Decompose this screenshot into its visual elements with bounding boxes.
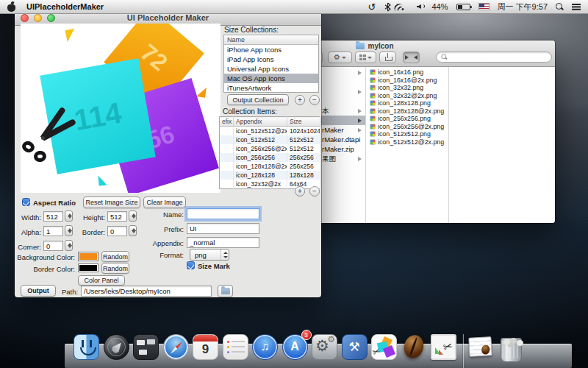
corner-stepper[interactable] xyxy=(65,240,73,251)
notification-center-icon[interactable] xyxy=(572,3,581,10)
wifi-icon[interactable] xyxy=(399,3,409,10)
input-language-flag-icon[interactable] xyxy=(478,3,490,10)
remove-item-button[interactable]: − xyxy=(309,186,320,197)
app-window[interactable]: UI Placeholder Maker 72 56 114 Size Coll… xyxy=(15,10,321,297)
file-row[interactable]: icon_32x32@2x.png xyxy=(370,92,448,100)
output-button[interactable]: Output xyxy=(21,285,56,297)
reset-image-size-button[interactable]: Reset Image Size xyxy=(83,197,140,208)
name-field[interactable] xyxy=(187,208,259,219)
alpha-stepper[interactable] xyxy=(65,225,73,236)
toolbar-share-button[interactable] xyxy=(379,52,396,63)
column-header-prefix[interactable]: efix xyxy=(220,117,234,127)
background-color-swatch[interactable] xyxy=(78,252,98,261)
color-panel-button[interactable]: Color Panel xyxy=(78,275,125,286)
menu-clock[interactable]: 周一 下午9:57 xyxy=(498,1,548,13)
dock-safari-icon[interactable] xyxy=(162,333,190,364)
file-row[interactable]: icon_32x32.png xyxy=(370,84,448,92)
output-collection-button[interactable]: Output Collection xyxy=(227,94,289,105)
file-row[interactable]: icon_256x256@2x.png xyxy=(370,123,448,131)
table-row[interactable]: icon_512x512@2x1024x1024 xyxy=(220,127,320,136)
column-header-appendix[interactable]: Appendix xyxy=(234,117,287,127)
dock-ui-placeholder-maker-icon[interactable]: ✂ xyxy=(370,333,398,364)
path-field[interactable]: /Users/leks/Desktop/myIcon xyxy=(81,286,212,297)
dock-mission-control-icon[interactable] xyxy=(132,333,160,364)
add-collection-button[interactable]: + xyxy=(295,95,305,105)
dock-image-clipper-app-icon[interactable]: ✂ xyxy=(429,333,458,364)
toolbar-view-button[interactable] xyxy=(355,52,376,63)
dock-trash-icon[interactable] xyxy=(497,333,526,364)
minimize-button[interactable] xyxy=(34,14,42,22)
battery-icon[interactable] xyxy=(456,4,470,10)
border-field[interactable]: 0 xyxy=(107,226,127,236)
toolbar-action-button[interactable] xyxy=(403,52,420,63)
border-color-swatch[interactable] xyxy=(78,263,98,272)
format-dropdown[interactable]: png xyxy=(190,249,229,261)
background-random-button[interactable]: Random xyxy=(101,251,129,262)
table-row[interactable]: icon_256x256256x256 xyxy=(220,153,320,162)
image-file-icon xyxy=(370,100,376,106)
dock-app-store-icon[interactable]: A3 xyxy=(281,333,309,364)
dock-launchpad-icon[interactable] xyxy=(102,333,131,364)
table-row[interactable]: icon_128x128128x128 xyxy=(220,171,320,180)
width-stepper[interactable] xyxy=(65,210,73,222)
close-button[interactable] xyxy=(21,14,29,22)
corner-field[interactable]: 0 xyxy=(43,241,63,251)
file-row[interactable]: icon_16x16.png xyxy=(370,68,448,77)
clear-image-button[interactable]: Clear Image xyxy=(143,197,186,208)
dock-reminders-icon[interactable] xyxy=(221,333,250,364)
file-row[interactable]: icon_512x512@2x.png xyxy=(370,138,448,146)
active-app-menu[interactable]: UIPlaceholderMaker xyxy=(26,2,104,11)
bluetooth-icon[interactable] xyxy=(384,2,391,12)
file-row[interactable]: icon_128x128.png xyxy=(370,99,448,107)
file-row[interactable]: icon_256x256.png xyxy=(370,115,448,123)
column-header-size[interactable]: Size xyxy=(287,117,320,127)
alpha-field[interactable]: 1 xyxy=(43,226,63,236)
border-random-button[interactable]: Random xyxy=(101,263,129,274)
zoom-button[interactable] xyxy=(47,14,55,22)
image-preview[interactable]: 72 56 114 xyxy=(21,24,220,193)
collection-row[interactable]: iPad App Icons xyxy=(224,54,318,64)
width-field[interactable]: 512 xyxy=(43,211,63,222)
finder-search-input[interactable] xyxy=(436,52,552,63)
aspect-ratio-checkbox[interactable] xyxy=(22,198,30,206)
dock-calendar-icon[interactable]: 9 xyxy=(191,333,220,364)
collection-items-table[interactable]: efix Appendix Size icon_512x512@2x1024x1… xyxy=(219,116,320,189)
dock-xcode-icon[interactable]: ⚒ xyxy=(340,333,369,364)
file-row[interactable]: icon_16x16@2x.png xyxy=(370,77,448,85)
window-title: UI Placeholder Maker xyxy=(127,13,209,22)
size-collections-list[interactable]: Name iPhone App Icons iPad App Icons Uni… xyxy=(223,35,319,93)
column-header-name[interactable]: Name xyxy=(224,35,318,45)
table-row[interactable]: icon_128x128@2x256x256 xyxy=(220,162,320,171)
collection-row[interactable]: Universal App Icons xyxy=(224,64,318,74)
dock-finder-icon[interactable] xyxy=(72,333,101,364)
collection-row-selected[interactable]: Mac OS App Icons xyxy=(224,74,318,83)
collection-row[interactable]: iPhone App Icons xyxy=(224,45,318,54)
triangle-decoration xyxy=(65,29,76,42)
volume-icon[interactable] xyxy=(417,3,424,10)
prefix-field[interactable]: UI xyxy=(187,223,259,234)
dock-downloads-stack-icon[interactable] xyxy=(467,333,495,364)
height-field[interactable]: 512 xyxy=(107,211,127,222)
border-stepper[interactable] xyxy=(129,225,137,236)
table-row[interactable]: icon_256x256@2x512x512 xyxy=(220,144,320,153)
collection-row[interactable]: iTunesArtwork xyxy=(224,83,318,93)
size-mark-checkbox[interactable] xyxy=(187,261,195,269)
appendix-field[interactable]: _normal xyxy=(187,237,259,248)
file-row[interactable]: icon_512x512.png xyxy=(370,130,448,138)
spotlight-icon[interactable] xyxy=(556,3,564,11)
aspect-ratio-label: Aspect Ratio xyxy=(33,199,76,207)
notification-badge: 3 xyxy=(301,330,312,340)
table-row[interactable]: icon_32x32@2x64x64 xyxy=(220,180,320,189)
table-row[interactable]: icon_512x512512x512 xyxy=(220,135,320,144)
dock-itunes-icon[interactable]: ♫ xyxy=(251,333,279,364)
file-row[interactable]: icon_128x128@2x.png xyxy=(370,107,448,116)
apple-menu-icon[interactable] xyxy=(7,2,16,12)
time-machine-icon[interactable]: ↺ xyxy=(368,2,376,12)
dock-system-preferences-icon[interactable]: ⚙⚙ xyxy=(310,333,339,364)
toolbar-gear-button[interactable]: ⚙ xyxy=(328,52,352,63)
height-stepper[interactable] xyxy=(129,210,137,222)
remove-collection-button[interactable]: − xyxy=(309,95,320,105)
dock-coffee-bean-app-icon[interactable] xyxy=(400,333,429,364)
add-item-button[interactable]: + xyxy=(295,186,305,197)
choose-folder-button[interactable] xyxy=(218,285,233,297)
